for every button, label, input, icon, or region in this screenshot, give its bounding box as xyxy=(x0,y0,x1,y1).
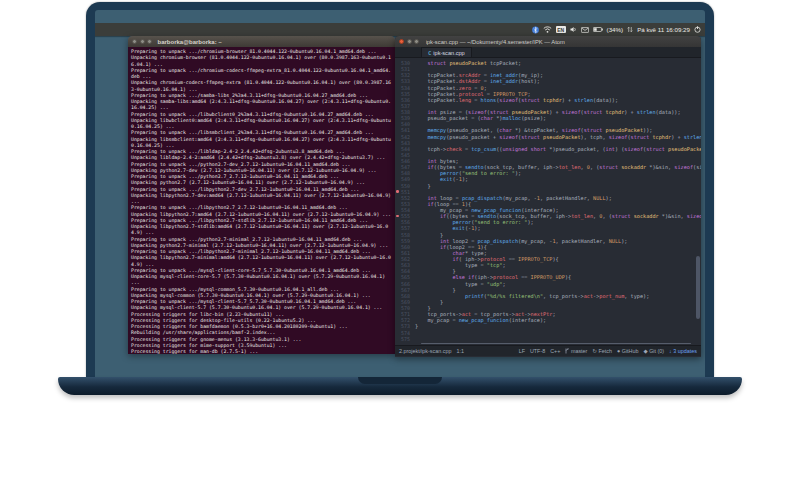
status-git-button[interactable]: ◆ Git (0) xyxy=(643,348,664,354)
github-icon: ● xyxy=(617,348,620,354)
atom-window-title: ipk-scan.cpp — ~/Dokumenty/4.semester/IP… xyxy=(426,39,565,45)
terminal-maximize-button[interactable] xyxy=(147,39,152,44)
terminal-line: Unpacking mysql-client-5.7 (5.7.30-0ubun… xyxy=(131,305,392,311)
terminal-line: Unpacking libldap-2.4-2:amd64 (2.4.42+df… xyxy=(131,155,392,161)
terminal-close-button[interactable] xyxy=(132,39,137,44)
line-number: 551 xyxy=(395,189,415,195)
line-number: 530 xyxy=(395,60,415,66)
terminal-line: Unpacking mysql-client-core-5.7 (5.7.30-… xyxy=(131,274,392,287)
atom-titlebar[interactable]: ipk-scan.cpp — ~/Dokumenty/4.semester/IP… xyxy=(395,36,701,47)
line-number: 567 xyxy=(395,287,415,293)
network-arrows-icon[interactable] xyxy=(627,26,633,33)
status-fetch-button[interactable]: ↻ Fetch xyxy=(592,348,612,354)
terminal-line: Unpacking samba-libs:amd64 (2:4.3.11+dfs… xyxy=(131,99,392,112)
line-number: 538 xyxy=(395,109,415,115)
line-number: 570 xyxy=(395,305,415,311)
line-number: 562 xyxy=(395,256,415,262)
terminal-minimize-button[interactable] xyxy=(140,39,145,44)
tab-ipk-scan-cpp[interactable]: C ipk-scan.cpp xyxy=(421,47,472,57)
laptop-base xyxy=(58,377,742,395)
battery-percentage[interactable]: (34%) xyxy=(607,26,624,33)
page: EN (34%) xyxy=(0,0,800,477)
line-number: 553 xyxy=(395,201,415,207)
atom-close-button[interactable] xyxy=(399,39,404,44)
volume-icon[interactable] xyxy=(570,26,577,33)
line-number: 548 xyxy=(395,170,415,176)
bluetooth-icon[interactable] xyxy=(532,26,539,34)
code-editor[interactable]: 530 struct pseudoPacket tcpPacket;531532… xyxy=(395,58,701,345)
line-number: 531 xyxy=(395,66,415,72)
terminal-output[interactable]: Preparing to unpack .../chromium-browser… xyxy=(128,47,395,354)
line-number: 560 xyxy=(395,244,415,250)
branch-icon xyxy=(565,348,569,354)
line-number: 565 xyxy=(395,274,415,280)
terminal-line: Unpacking libpython2.7-dev:amd64 (2.7.12… xyxy=(131,193,392,206)
wifi-icon[interactable] xyxy=(543,26,552,33)
line-number: 533 xyxy=(395,78,415,84)
line-number: 555 xyxy=(395,213,415,219)
line-number: 552 xyxy=(395,195,415,201)
line-number: 549 xyxy=(395,176,415,182)
status-cursor-position[interactable]: 1:1 xyxy=(456,348,464,354)
atom-maximize-button[interactable] xyxy=(414,39,419,44)
atom-minimize-button[interactable] xyxy=(407,39,412,44)
atom-window: ipk-scan.cpp — ~/Dokumenty/4.semester/IP… xyxy=(395,36,701,357)
fetch-icon: ↻ xyxy=(592,348,597,354)
horizontal-scrollbar[interactable] xyxy=(421,343,691,345)
line-number: 550 xyxy=(395,183,415,189)
terminal-line: Unpacking libsmbclient:amd64 (2:4.3.11+d… xyxy=(131,137,392,150)
line-number: 554 xyxy=(395,207,415,213)
tab-label: ipk-scan.cpp xyxy=(433,50,464,56)
line-number: 575 xyxy=(395,336,415,342)
line-number: 559 xyxy=(395,238,415,244)
terminal-line: Preparing to unpack .../libpython2.7-dev… xyxy=(131,187,392,193)
status-grammar[interactable]: C++ xyxy=(550,348,560,354)
line-number: 537 xyxy=(395,103,415,109)
updates-icon: ↓ xyxy=(669,348,672,354)
line-number: 536 xyxy=(395,97,415,103)
vertical-scrollbar[interactable] xyxy=(696,256,700,319)
terminal-line: Unpacking libpython2.7-stdlib:amd64 (2.7… xyxy=(131,224,392,237)
code-line[interactable]: 575 xyxy=(395,336,701,342)
terminal-line: Unpacking python2.7 (2.7.12-1ubuntu0~16.… xyxy=(131,180,392,186)
panel-indicators: EN (34%) xyxy=(532,23,701,36)
status-line-ending[interactable]: LF xyxy=(519,348,525,354)
line-number: 571 xyxy=(395,311,415,317)
clock[interactable]: Pá kvě 11 16:09:29 xyxy=(637,26,690,33)
status-file-path[interactable]: 2.projekt/ipk-scan.cpp xyxy=(399,348,451,354)
line-number: 544 xyxy=(395,146,415,152)
terminal-line: Unpacking chromium-browser (81.0.4044.12… xyxy=(131,55,392,68)
line-number: 543 xyxy=(395,140,415,146)
line-number: 547 xyxy=(395,164,415,170)
power-icon[interactable] xyxy=(694,26,701,33)
battery-icon[interactable] xyxy=(593,27,603,32)
terminal-line: Preparing to unpack .../python2.7-minima… xyxy=(131,237,392,243)
status-updates-button[interactable]: ↓ 3 updates xyxy=(669,348,697,354)
terminal-line: Preparing to unpack .../chromium-codecs-… xyxy=(131,68,392,81)
line-number: 534 xyxy=(395,85,415,91)
terminal-line: Unpacking chromium-codecs-ffmpeg-extra (… xyxy=(131,80,392,93)
line-number: 568 xyxy=(395,293,415,299)
terminal-titlebar[interactable]: barborka@barborka: ~ xyxy=(128,36,395,47)
line-number: 572 xyxy=(395,317,415,323)
laptop-screen-bezel: EN (34%) xyxy=(86,2,714,377)
line-number: 542 xyxy=(395,134,415,140)
line-number: 539 xyxy=(395,115,415,121)
status-git-branch[interactable]: master xyxy=(565,348,587,354)
terminal-line: Processing triggers for man-db (2.7.5-1)… xyxy=(131,349,392,354)
laptop-notch xyxy=(358,377,442,384)
terminal-line: Unpacking libwbclient0:amd64 (2:4.3.11+d… xyxy=(131,118,392,131)
desktop-wallpaper: EN (34%) xyxy=(95,10,705,377)
status-encoding[interactable]: UTF-8 xyxy=(530,348,545,354)
line-number: 558 xyxy=(395,232,415,238)
terminal-line: Unpacking libpython2.7:amd64 (2.7.12-1ub… xyxy=(131,212,392,218)
mail-icon[interactable] xyxy=(581,27,589,33)
line-number: 563 xyxy=(395,262,415,268)
keyboard-indicator[interactable]: EN xyxy=(556,26,566,33)
status-github-button[interactable]: ● GitHub xyxy=(617,348,639,354)
line-number: 540 xyxy=(395,121,415,127)
atom-tab-bar: C ipk-scan.cpp xyxy=(395,47,701,58)
line-number: 557 xyxy=(395,225,415,231)
code-lines[interactable]: 530 struct pseudoPacket tcpPacket;531532… xyxy=(395,60,701,342)
atom-status-bar: 2.projekt/ipk-scan.cpp 1:1 LF UTF-8 C++ … xyxy=(395,345,701,356)
